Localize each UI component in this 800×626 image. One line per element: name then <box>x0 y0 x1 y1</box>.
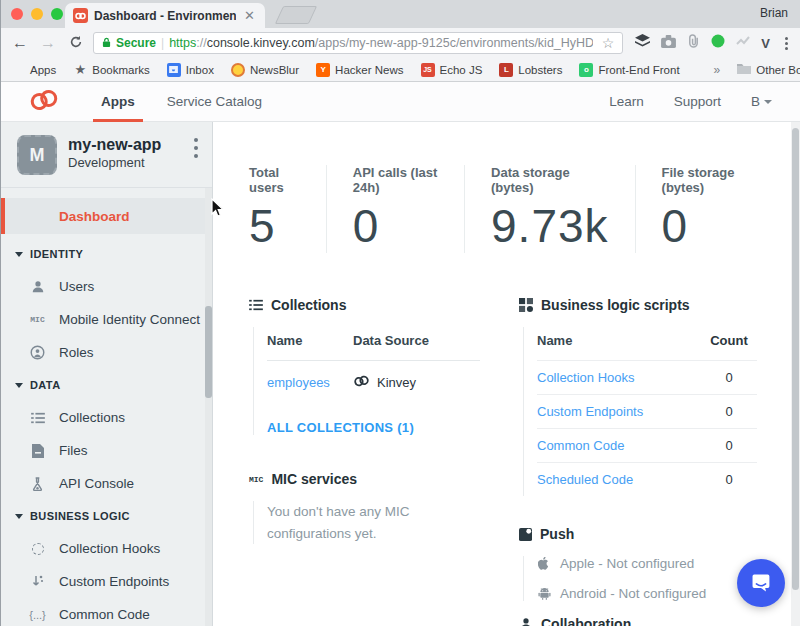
collections-table: Name Data Source employees <box>267 327 480 404</box>
star-icon: ★ <box>73 63 87 77</box>
sidebar-item-files[interactable]: Files <box>1 434 212 467</box>
bookmarks-overflow-icon[interactable]: » <box>714 63 721 77</box>
page-scrollbar-track[interactable] <box>791 122 800 626</box>
tab-title: Dashboard - Environment <box>94 9 236 23</box>
business-logic-table: Name Count Collection Hooks 0 Custom End… <box>537 327 757 496</box>
table-row: Custom Endpoints 0 <box>537 395 757 429</box>
flask-icon <box>29 477 46 491</box>
push-title: Push <box>540 526 574 542</box>
new-tab-button[interactable] <box>275 6 317 24</box>
sidebar-nav: Dashboard IDENTITY Users Mobile Identity… <box>1 188 212 626</box>
bookmark-newsblur[interactable]: NewsBlur <box>231 63 299 77</box>
url-text[interactable]: https://console.kinvey.com/apps/my-new-a… <box>169 36 593 50</box>
sidebar-item-custom-endpoints[interactable]: Custom Endpoints <box>1 565 212 598</box>
link-custom-endpoints[interactable]: Custom Endpoints <box>537 404 643 419</box>
app-card[interactable]: M my-new-app Development <box>1 122 212 188</box>
bookmark-echo-js[interactable]: JS Echo JS <box>421 63 483 77</box>
green-dot-extension-icon[interactable] <box>711 34 725 52</box>
bookmark-bookmarks[interactable]: ★ Bookmarks <box>73 63 150 77</box>
zoom-window-button[interactable] <box>51 8 63 20</box>
android-icon <box>537 587 551 600</box>
sidebar-item-dashboard[interactable]: Dashboard <box>1 198 212 234</box>
collaboration-icon <box>519 617 533 626</box>
other-bookmarks[interactable]: Other Bookmarks <box>737 63 800 76</box>
file-icon <box>29 444 46 458</box>
lock-icon <box>102 34 111 52</box>
app-header-nav: Apps Service Catalog <box>85 82 278 122</box>
link-collection-hooks[interactable]: Collection Hooks <box>537 370 635 385</box>
stat-api-calls: API calls (last 24h) 0 <box>326 165 464 253</box>
stats-row: Total users 5 API calls (last 24h) 0 Dat… <box>249 165 776 253</box>
tab-close-icon[interactable]: ✕ <box>242 8 257 23</box>
close-window-button[interactable] <box>11 8 23 20</box>
collection-link-employees[interactable]: employees <box>267 375 330 390</box>
bookmark-star-icon[interactable]: ☆ <box>602 35 615 51</box>
chrome-menu-icon[interactable] <box>781 37 792 50</box>
url-bar[interactable]: Secure | https://console.kinvey.com/apps… <box>93 32 623 54</box>
nav-learn[interactable]: Learn <box>609 94 644 109</box>
link-scheduled-code[interactable]: Scheduled Code <box>537 472 633 487</box>
folder-icon <box>737 63 751 76</box>
paperclip-extension-icon[interactable] <box>687 34 700 52</box>
apps-grid-icon <box>11 63 25 77</box>
kinvey-logo-icon[interactable] <box>29 89 59 115</box>
refresh-icon[interactable] <box>65 35 87 52</box>
col-header-name: Name <box>537 333 701 348</box>
sidebar-scrollbar-track[interactable] <box>205 188 212 626</box>
sidebar-section-business-logic[interactable]: BUSINESS LOGIC <box>1 500 212 532</box>
browser-tab[interactable]: Dashboard - Environment ✕ <box>65 3 265 28</box>
triangle-down-icon <box>15 514 23 519</box>
sidebar-item-roles[interactable]: Roles <box>1 336 212 369</box>
bookmark-apps[interactable]: Apps <box>11 63 56 77</box>
mouse-cursor <box>211 198 226 223</box>
app-options-icon[interactable] <box>194 138 198 158</box>
sidebar-item-mobile-identity-connect[interactable]: Mobile Identity Connect <box>1 303 212 336</box>
collections-title: Collections <box>271 297 346 313</box>
intercom-chat-button[interactable] <box>737 559 785 607</box>
layers-extension-icon[interactable] <box>635 34 650 52</box>
browser-toolbar: ← → Secure | https://console.kinvey.com/… <box>1 28 800 58</box>
bookmark-lobsters[interactable]: L Lobsters <box>499 63 562 77</box>
secure-label[interactable]: Secure <box>116 36 156 50</box>
account-menu[interactable]: B <box>751 94 772 109</box>
stat-file-storage: File storage (bytes) 0 <box>635 165 776 253</box>
table-row: Common Code 0 <box>537 429 757 463</box>
sidebar-item-common-code[interactable]: Common Code <box>1 598 212 626</box>
all-collections-link[interactable]: ALL COLLECTIONS (1) <box>267 420 519 435</box>
inbox-icon <box>167 63 181 77</box>
minimize-window-button[interactable] <box>31 8 43 20</box>
kinvey-infinity-icon <box>353 375 370 390</box>
sidebar-scrollbar-thumb[interactable] <box>205 306 212 398</box>
sidebar-section-data[interactable]: DATA <box>1 369 212 401</box>
bookmark-front-end-front[interactable]: o Front-End Front <box>579 63 679 77</box>
data-source-cell: Kinvey <box>353 375 416 390</box>
nav-tab-apps[interactable]: Apps <box>85 82 151 122</box>
sidebar-item-collections[interactable]: Collections <box>1 401 212 434</box>
page-scrollbar-thumb[interactable] <box>792 128 799 590</box>
nav-tab-service-catalog[interactable]: Service Catalog <box>151 82 278 122</box>
camera-extension-icon[interactable] <box>661 34 676 52</box>
sidebar-item-collection-hooks[interactable]: Collection Hooks <box>1 532 212 565</box>
vimium-extension-icon[interactable]: V <box>761 36 770 51</box>
faded-extension-icon[interactable] <box>736 34 750 52</box>
bookmark-inbox[interactable]: Inbox <box>167 63 214 77</box>
sidebar-section-identity[interactable]: IDENTITY <box>1 238 212 270</box>
sidebar: M my-new-app Development Dashboard IDENT… <box>1 122 213 626</box>
sidebar-item-users[interactable]: Users <box>1 270 212 303</box>
stat-total-users: Total users 5 <box>249 165 326 253</box>
back-icon[interactable]: ← <box>9 35 31 51</box>
kinvey-favicon-icon <box>73 8 88 23</box>
app-environment: Development <box>68 155 161 170</box>
bookmark-hacker-news[interactable]: Y Hacker News <box>316 63 403 77</box>
collections-section: Collections Name Data Source employees <box>249 297 519 435</box>
mic-services-title: MIC services <box>271 471 357 487</box>
collections-list-icon <box>249 299 263 311</box>
nav-support[interactable]: Support <box>674 94 721 109</box>
sidebar-item-api-console[interactable]: API Console <box>1 467 212 500</box>
extension-icons: V <box>635 34 792 52</box>
push-icon <box>519 528 532 541</box>
collaboration-title: Collaboration <box>541 616 631 626</box>
browser-profile-name[interactable]: Brian <box>760 6 788 20</box>
link-common-code[interactable]: Common Code <box>537 438 624 453</box>
echo-js-icon: JS <box>421 63 435 77</box>
